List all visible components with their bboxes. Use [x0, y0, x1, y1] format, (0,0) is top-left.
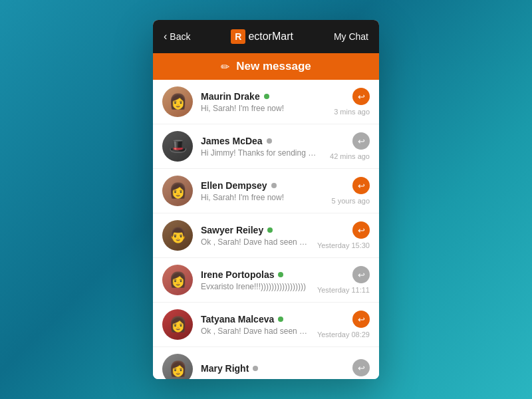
chat-list-item[interactable]: 👩 Ellen Dempsey Hi, Sarah! I'm free now!… — [153, 169, 379, 213]
chat-info: Tatyana Malceva Ok , Sarah! Dave had see… — [201, 314, 309, 336]
chat-name: Ellen Dempsey — [201, 180, 267, 191]
chat-time: Yesterday 15:30 — [317, 241, 370, 249]
chat-name: Mary Right — [201, 363, 249, 374]
logo: R ectorMart — [231, 29, 293, 44]
edit-icon: ✏ — [221, 61, 229, 73]
reply-icon: ↩ — [352, 266, 370, 283]
chat-preview: Evxaristo Irene!!!))))))))))))))))) — [201, 282, 309, 291]
chat-name: Maurin Drake — [201, 91, 260, 102]
chat-name-row: James McDea — [201, 136, 322, 146]
chat-time: 42 mins ago — [330, 152, 370, 160]
chat-list-item[interactable]: 👩 Irene Portopolas Evxaristo Irene!!!)))… — [153, 258, 379, 303]
chat-name-row: Sawyer Reiley — [201, 225, 309, 235]
avatar: 👩 — [162, 309, 193, 340]
chat-time: Yesterday 08:29 — [317, 331, 370, 338]
chat-preview: Hi, Sarah! I'm free now! — [201, 193, 324, 202]
chat-preview: Ok , Sarah! Dave had seen the mockup s..… — [201, 327, 309, 336]
chat-meta: ↩ — [352, 359, 370, 379]
avatar: 🎩 — [162, 131, 193, 162]
new-message-bar[interactable]: ✏ New message — [153, 53, 379, 80]
avatar: 👩 — [162, 265, 193, 295]
reply-icon: ↩ — [352, 221, 370, 239]
avatar: 👩 — [162, 86, 193, 117]
chat-list-item[interactable]: 👨 Sawyer Reiley Ok , Sarah! Dave had see… — [153, 213, 379, 258]
chat-preview: Ok , Sarah! Dave had seen the mockup s..… — [201, 237, 309, 247]
new-message-text: New message — [236, 60, 311, 73]
status-dot — [253, 366, 258, 371]
chat-time: 5 yours ago — [332, 197, 370, 205]
chat-name: Sawyer Reiley — [201, 225, 263, 235]
chat-info: Irene Portopolas Evxaristo Irene!!!)))))… — [201, 269, 309, 291]
back-chevron-icon: ‹ — [164, 31, 167, 43]
chat-meta: ↩ 3 mins ago — [334, 88, 370, 116]
chat-info: Sawyer Reiley Ok , Sarah! Dave had seen … — [201, 225, 309, 247]
reply-icon: ↩ — [352, 359, 370, 376]
chat-info: Maurin Drake Hi, Sarah! I'm free now! — [201, 91, 326, 113]
phone-container: ‹ Back R ectorMart My Chat ✏ New message… — [153, 20, 379, 379]
logo-text: ectorMart — [248, 31, 293, 43]
chat-meta: ↩ Yesterday 11:11 — [317, 266, 370, 294]
chat-meta: ↩ 42 mins ago — [330, 132, 370, 160]
reply-icon: ↩ — [352, 88, 370, 105]
status-dot — [264, 94, 269, 99]
chat-meta: ↩ Yesterday 15:30 — [317, 221, 370, 249]
chat-info: Mary Right — [201, 363, 344, 376]
chat-preview: Hi Jimmy! Thanks for sending me the link… — [201, 148, 322, 158]
status-dot — [278, 272, 283, 277]
chat-meta: ↩ Yesterday 08:29 — [317, 311, 370, 338]
back-label: Back — [170, 31, 190, 42]
avatar: 👩 — [162, 176, 193, 206]
avatar: 👩 — [162, 354, 193, 379]
logo-r-badge: R — [231, 29, 245, 44]
chat-name-row: Irene Portopolas — [201, 269, 309, 280]
avatar: 👨 — [162, 220, 193, 251]
chat-name-row: Ellen Dempsey — [201, 180, 324, 191]
chat-time: 3 mins ago — [334, 108, 370, 116]
chat-list-item[interactable]: 👩 Mary Right ↩ — [153, 347, 379, 379]
chat-time: Yesterday 11:11 — [317, 286, 370, 294]
chat-name-row: Tatyana Malceva — [201, 314, 309, 325]
chat-preview: Hi, Sarah! I'm free now! — [201, 104, 326, 113]
chat-list: 👩 Maurin Drake Hi, Sarah! I'm free now! … — [153, 80, 379, 379]
status-dot — [271, 183, 277, 188]
status-dot — [278, 317, 283, 322]
app-header: ‹ Back R ectorMart My Chat — [153, 20, 379, 53]
reply-icon: ↩ — [352, 311, 370, 328]
reply-icon: ↩ — [352, 177, 370, 194]
chat-name: Irene Portopolas — [201, 269, 274, 280]
chat-name-row: Mary Right — [201, 363, 344, 374]
status-dot — [267, 227, 273, 233]
chat-name: Tatyana Malceva — [201, 314, 274, 325]
chat-list-item[interactable]: 🎩 James McDea Hi Jimmy! Thanks for sendi… — [153, 124, 379, 169]
chat-name: James McDea — [201, 136, 263, 146]
reply-icon: ↩ — [352, 132, 370, 150]
chat-info: James McDea Hi Jimmy! Thanks for sending… — [201, 136, 322, 158]
status-dot — [267, 138, 272, 144]
my-chat-label: My Chat — [334, 31, 368, 42]
back-button[interactable]: ‹ Back — [164, 31, 190, 43]
chat-info: Ellen Dempsey Hi, Sarah! I'm free now! — [201, 180, 324, 202]
chat-list-item[interactable]: 👩 Maurin Drake Hi, Sarah! I'm free now! … — [153, 80, 379, 124]
chat-meta: ↩ 5 yours ago — [332, 177, 370, 205]
chat-name-row: Maurin Drake — [201, 91, 326, 102]
chat-list-item[interactable]: 👩 Tatyana Malceva Ok , Sarah! Dave had s… — [153, 303, 379, 347]
